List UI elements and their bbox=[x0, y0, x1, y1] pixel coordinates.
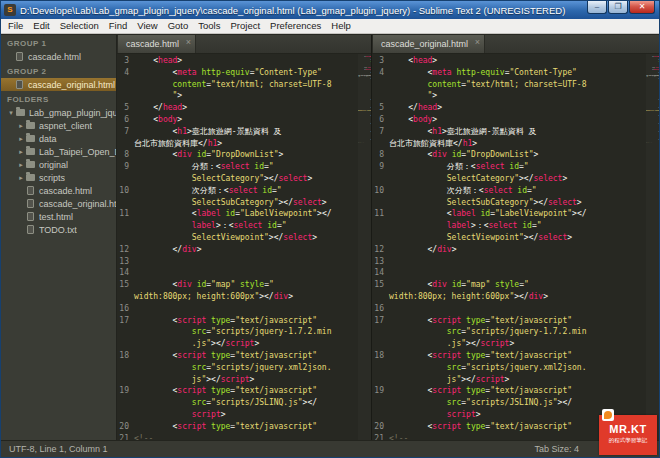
disclosure-arrow-icon[interactable]: ▸ bbox=[17, 135, 25, 143]
code-line[interactable]: 13 bbox=[117, 256, 357, 268]
code-line[interactable]: 3 <head> bbox=[117, 55, 357, 67]
tab-close-icon[interactable]: × bbox=[186, 38, 191, 47]
code-line[interactable]: content="text/html; charset=UTF-8 bbox=[372, 79, 645, 91]
menu-file[interactable]: File bbox=[3, 19, 28, 33]
code-line[interactable]: src="scripts/jquery-1.7.2.min bbox=[372, 326, 645, 338]
code-line[interactable]: script> bbox=[117, 409, 357, 421]
code-line[interactable]: 10 次分類：<select id=" bbox=[117, 185, 357, 197]
code-line[interactable]: 14 bbox=[372, 267, 645, 279]
titlebar[interactable]: S D:\Develope\Lab\Lab_gmap_plugin_jquery… bbox=[1, 1, 659, 19]
code-line[interactable]: 4 <meta http-equiv="Content-Type" bbox=[372, 67, 645, 79]
code-line[interactable]: src="scripts/jquery.xml2json. bbox=[117, 362, 357, 374]
disclosure-arrow-icon[interactable]: ▾ bbox=[7, 109, 15, 117]
code-line[interactable]: .js"></script> bbox=[117, 338, 357, 350]
code-line[interactable]: 台北市旅館資料庫</h1> bbox=[372, 138, 645, 150]
code-line[interactable]: SelectCategory"></select> bbox=[117, 173, 357, 185]
sidebar-item-cascade-html[interactable]: cascade.html bbox=[1, 50, 116, 63]
tab-cascade-original-html[interactable]: cascade_original.html × bbox=[372, 35, 485, 53]
code-line[interactable]: content="text/html; charset=UTF-8 bbox=[117, 79, 357, 91]
code-line[interactable]: 19 <script type="text/javascript" bbox=[117, 385, 357, 397]
code-line[interactable]: 12 </div> bbox=[117, 244, 357, 256]
code-line[interactable]: 9 分類：<select id=" bbox=[117, 161, 357, 173]
code-line[interactable]: 14 bbox=[117, 267, 357, 279]
code-line[interactable]: 8 <div id="DropDownList"> bbox=[372, 149, 645, 161]
code-line[interactable]: label>：<select id=" bbox=[117, 220, 357, 232]
code-line[interactable]: SelectSubCategory"></select> bbox=[372, 197, 645, 209]
code-line[interactable]: js"></script> bbox=[372, 374, 645, 386]
code-line[interactable]: 17 <script type="text/javascript" bbox=[117, 315, 357, 327]
menu-view[interactable]: View bbox=[132, 19, 162, 33]
tab-close-icon[interactable]: × bbox=[475, 38, 480, 47]
code-line[interactable]: 8 <div id="DropDownList"> bbox=[117, 149, 357, 161]
code-line[interactable]: 16 bbox=[372, 303, 645, 315]
code-line[interactable]: width:800px; height:600px"></div> bbox=[372, 291, 645, 303]
code-line[interactable]: SelectViewpoint"></select> bbox=[117, 232, 357, 244]
menu-edit[interactable]: Edit bbox=[28, 19, 54, 33]
disclosure-arrow-icon[interactable]: ▸ bbox=[17, 122, 25, 130]
code-line[interactable]: label>：<select id=" bbox=[372, 220, 645, 232]
code-line[interactable]: SelectCategory"></select> bbox=[372, 173, 645, 185]
code-line[interactable]: 12 </div> bbox=[372, 244, 645, 256]
sidebar-item-scripts[interactable]: ▸scripts bbox=[1, 171, 116, 184]
sidebar-item-cascade-original-html[interactable]: cascade_original.html bbox=[1, 197, 116, 210]
minimap-left[interactable]: <head> <meta http-equiv="Content-Type" c… bbox=[358, 54, 371, 440]
code-line[interactable]: 6 <body> bbox=[372, 114, 645, 126]
code-line[interactable]: SelectViewpoint"></select> bbox=[372, 232, 645, 244]
code-line[interactable]: src="scripts/jquery-1.7.2.min bbox=[117, 326, 357, 338]
code-line[interactable]: 7 <h1>臺北旅遊網-景點資料 及 bbox=[372, 126, 645, 138]
code-line[interactable]: 9 分類：<select id=" bbox=[372, 161, 645, 173]
code-line[interactable]: 15 <div id="map" style=" bbox=[117, 279, 357, 291]
disclosure-arrow-icon[interactable]: ▸ bbox=[17, 148, 25, 156]
code-line[interactable]: 6 <body> bbox=[117, 114, 357, 126]
maximize-button[interactable]: ❐ bbox=[608, 1, 628, 14]
menu-preferences[interactable]: Preferences bbox=[265, 19, 326, 33]
code-line[interactable]: 5 </head> bbox=[372, 102, 645, 114]
code-text-right[interactable]: 3 <head>4 <meta http-equiv="Content-Type… bbox=[372, 55, 645, 440]
menu-goto[interactable]: Goto bbox=[163, 19, 194, 33]
code-line[interactable]: 18 <script type="text/javascript" bbox=[372, 350, 645, 362]
code-line[interactable]: 5 </head> bbox=[117, 102, 357, 114]
code-line[interactable]: 21<!-- bbox=[117, 433, 357, 441]
tab-cascade-html[interactable]: cascade.html × bbox=[117, 35, 196, 53]
code-line[interactable]: src="scripts/jquery.xml2json. bbox=[372, 362, 645, 374]
code-line[interactable]: 10 次分類：<select id=" bbox=[372, 185, 645, 197]
sidebar-item-aspnet-client[interactable]: ▸aspnet_client bbox=[1, 119, 116, 132]
code-line[interactable]: 18 <script type="text/javascript" bbox=[117, 350, 357, 362]
code-line[interactable]: src="scripts/JSLINQ.js"></ bbox=[372, 397, 645, 409]
code-line[interactable]: 17 <script type="text/javascript" bbox=[372, 315, 645, 327]
code-line[interactable]: 16 bbox=[117, 303, 357, 315]
disclosure-arrow-icon[interactable]: ▸ bbox=[17, 174, 25, 182]
code-line[interactable]: 11 <label id="LabelViewpoint"></ bbox=[117, 208, 357, 220]
code-line[interactable]: 3 <head> bbox=[372, 55, 645, 67]
code-area-left[interactable]: 3 <head>4 <meta http-equiv="Content-Type… bbox=[117, 54, 371, 440]
sidebar-item-original[interactable]: ▸original bbox=[1, 158, 116, 171]
disclosure-arrow-icon[interactable]: ▸ bbox=[17, 161, 25, 169]
code-line[interactable]: 7 <h1>臺北旅遊網-景點資料 及 bbox=[117, 126, 357, 138]
minimap-right[interactable]: <head> <meta http-equiv="Content-Type" c… bbox=[646, 54, 659, 440]
code-line[interactable]: 13 bbox=[372, 256, 645, 268]
code-line[interactable]: js"></script> bbox=[117, 374, 357, 386]
code-line[interactable]: 11 <label id="LabelViewpoint"></ bbox=[372, 208, 645, 220]
sidebar-item-lab-gmap-plugin-jquery[interactable]: ▾Lab_gmap_plugin_jquery bbox=[1, 106, 116, 119]
code-line[interactable]: 台北市旅館資料庫</h1> bbox=[117, 138, 357, 150]
code-line[interactable]: .js"></script> bbox=[372, 338, 645, 350]
code-line[interactable]: "> bbox=[372, 90, 645, 102]
menu-selection[interactable]: Selection bbox=[55, 19, 104, 33]
minimize-button[interactable]: – bbox=[587, 1, 607, 14]
sidebar-item-lab-taipei-open-data-travel[interactable]: ▸Lab_Taipei_Open_Data_Travel bbox=[1, 145, 116, 158]
close-button[interactable]: ✕ bbox=[629, 1, 655, 14]
code-line[interactable]: SelectSubCategory"></select> bbox=[117, 197, 357, 209]
sidebar-item-todo-txt[interactable]: TODO.txt bbox=[1, 223, 116, 236]
code-area-right[interactable]: 3 <head>4 <meta http-equiv="Content-Type… bbox=[372, 54, 659, 440]
sidebar-item-test-html[interactable]: test.html bbox=[1, 210, 116, 223]
code-line[interactable]: width:800px; height:600px"></div> bbox=[117, 291, 357, 303]
menu-help[interactable]: Help bbox=[326, 19, 356, 33]
code-line[interactable]: src="scripts/JSLINQ.js"></ bbox=[117, 397, 357, 409]
code-text-left[interactable]: 3 <head>4 <meta http-equiv="Content-Type… bbox=[117, 55, 357, 440]
code-line[interactable]: 4 <meta http-equiv="Content-Type" bbox=[117, 67, 357, 79]
menu-project[interactable]: Project bbox=[225, 19, 265, 33]
code-line[interactable]: 20 <script type="text/javascript" bbox=[117, 421, 357, 433]
menu-tools[interactable]: Tools bbox=[193, 19, 225, 33]
sidebar-item-cascade-original-html[interactable]: cascade_original.html bbox=[1, 78, 116, 91]
code-line[interactable]: 19 <script type="text/javascript" bbox=[372, 385, 645, 397]
